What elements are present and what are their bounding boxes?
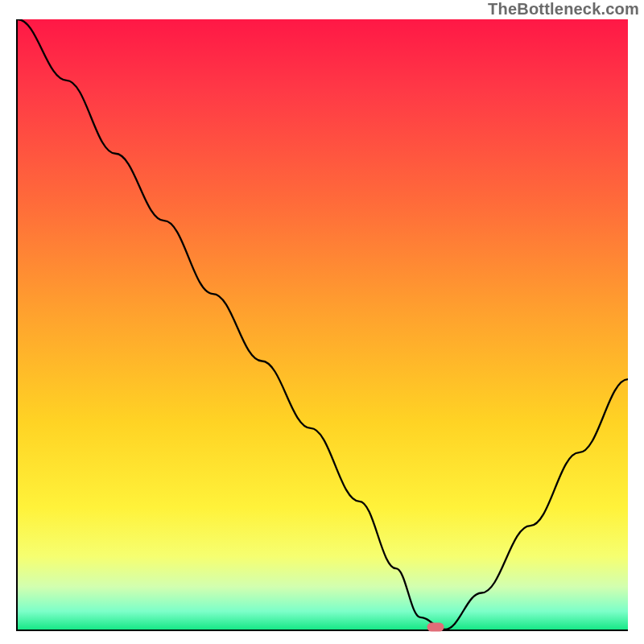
source-attribution: TheBottleneck.com	[488, 0, 639, 19]
plot-area	[16, 19, 628, 631]
x-axis	[16, 630, 628, 631]
gradient-background	[18, 19, 628, 630]
chart-canvas	[18, 19, 628, 630]
chart-wrapper: TheBottleneck.com	[0, 0, 644, 644]
optimum-marker	[427, 622, 444, 631]
